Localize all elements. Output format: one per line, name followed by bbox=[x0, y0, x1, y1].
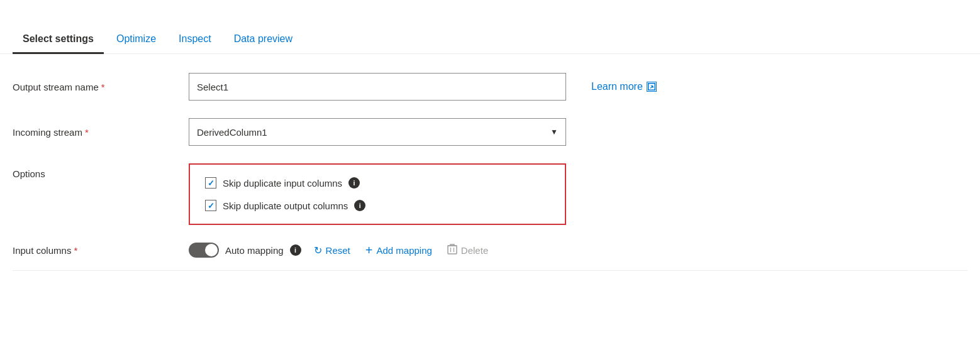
learn-more-link[interactable]: Learn more bbox=[591, 81, 657, 92]
skip-input-label: Skip duplicate input columns bbox=[223, 178, 342, 189]
output-stream-name-row: Output stream name * Learn more bbox=[13, 73, 967, 101]
options-control: ✓ Skip duplicate input columns i ✓ Skip … bbox=[189, 163, 967, 225]
dropdown-arrow-icon: ▼ bbox=[550, 128, 558, 136]
skip-output-info-icon[interactable]: i bbox=[354, 200, 365, 211]
options-row: Options ✓ Skip duplicate input columns i bbox=[13, 163, 967, 225]
auto-mapping-toggle[interactable] bbox=[189, 243, 219, 258]
tab-inspect[interactable]: Inspect bbox=[169, 26, 221, 54]
external-link-icon bbox=[647, 82, 657, 92]
options-box: ✓ Skip duplicate input columns i ✓ Skip … bbox=[189, 163, 566, 225]
checkmark-output: ✓ bbox=[208, 201, 214, 211]
options-label: Options bbox=[13, 163, 189, 179]
skip-input-row: ✓ Skip duplicate input columns i bbox=[205, 177, 550, 189]
reset-button[interactable]: ↻ Reset bbox=[314, 244, 350, 256]
incoming-stream-label: Incoming stream * bbox=[13, 127, 189, 138]
tab-bar: Select settings Optimize Inspect Data pr… bbox=[0, 0, 980, 54]
required-star-input-columns: * bbox=[74, 245, 77, 256]
delete-button[interactable]: Delete bbox=[447, 243, 488, 257]
skip-input-info-icon[interactable]: i bbox=[348, 177, 360, 189]
required-star-incoming: * bbox=[85, 127, 89, 138]
auto-mapping-label: Auto mapping bbox=[225, 245, 284, 256]
checkmark-input: ✓ bbox=[208, 178, 214, 188]
tab-select-settings[interactable]: Select settings bbox=[13, 26, 104, 54]
bottom-divider bbox=[13, 270, 967, 271]
skip-output-label: Skip duplicate output columns bbox=[223, 200, 348, 211]
toggle-container: Auto mapping i bbox=[189, 243, 301, 258]
incoming-stream-row: Incoming stream * DerivedColumn1 ▼ bbox=[13, 118, 967, 146]
incoming-stream-dropdown[interactable]: DerivedColumn1 ▼ bbox=[189, 118, 566, 146]
output-stream-name-control: Learn more bbox=[189, 73, 967, 101]
tab-optimize[interactable]: Optimize bbox=[106, 26, 166, 54]
action-buttons: ↻ Reset + Add mapping bbox=[314, 243, 489, 258]
tab-data-preview[interactable]: Data preview bbox=[224, 26, 303, 54]
input-columns-label: Input columns * bbox=[13, 245, 189, 256]
delete-icon bbox=[447, 243, 457, 257]
main-container: Select settings Optimize Inspect Data pr… bbox=[0, 0, 980, 345]
incoming-stream-control: DerivedColumn1 ▼ bbox=[189, 118, 967, 146]
add-icon: + bbox=[365, 243, 373, 258]
input-columns-row: Input columns * Auto mapping i ↻ Reset bbox=[13, 243, 967, 258]
toggle-thumb bbox=[205, 244, 218, 256]
svg-rect-1 bbox=[448, 246, 457, 254]
output-stream-name-label: Output stream name * bbox=[13, 82, 189, 92]
auto-mapping-info-icon[interactable]: i bbox=[290, 244, 301, 256]
skip-input-checkbox[interactable]: ✓ bbox=[205, 177, 216, 189]
required-star-output: * bbox=[101, 82, 105, 92]
skip-output-row: ✓ Skip duplicate output columns i bbox=[205, 200, 550, 211]
output-stream-name-input[interactable] bbox=[189, 73, 566, 101]
content-area: Output stream name * Learn more bbox=[0, 54, 980, 290]
input-columns-control: Auto mapping i ↻ Reset + Add mapping bbox=[189, 243, 967, 258]
add-mapping-button[interactable]: + Add mapping bbox=[365, 243, 432, 258]
skip-output-checkbox[interactable]: ✓ bbox=[205, 200, 216, 211]
reset-icon: ↻ bbox=[314, 244, 322, 256]
